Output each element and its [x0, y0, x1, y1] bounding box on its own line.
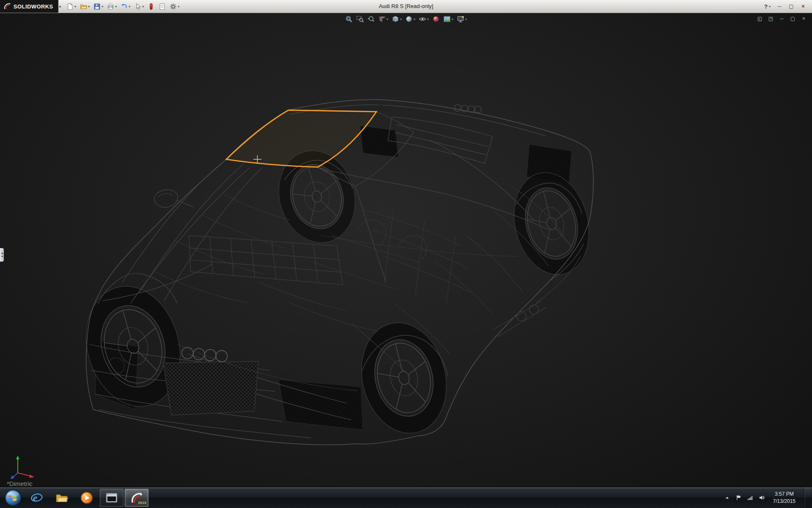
toolbar-rebuild[interactable] — [146, 2, 156, 11]
open-icon — [80, 3, 87, 10]
titlebar-close[interactable]: × — [798, 2, 808, 11]
doc-close[interactable]: × — [801, 16, 807, 22]
flag-icon — [735, 494, 742, 501]
menu-expand-icon[interactable]: ▸ — [60, 4, 62, 8]
toolbar-options[interactable]: ▾ — [168, 2, 181, 11]
tray-volume[interactable] — [758, 494, 765, 501]
show-desktop-button[interactable] — [804, 487, 810, 508]
headsup-view-orientation[interactable]: ▾ — [391, 14, 403, 24]
dropdown-caret-icon[interactable]: ▾ — [115, 5, 117, 8]
dropdown-caret-icon[interactable]: ▾ — [178, 5, 179, 8]
scene-icon — [443, 15, 451, 23]
sheet-icon — [159, 3, 166, 10]
taskbar-solidworks-2015[interactable]: 2015 — [125, 489, 148, 507]
titlebar-minimize[interactable]: ─ — [775, 2, 784, 11]
dropdown-caret-icon[interactable]: ▾ — [452, 17, 453, 21]
taskbar-command-window[interactable] — [100, 489, 123, 507]
toolbar-file-properties[interactable] — [157, 2, 167, 11]
headsup-view-settings[interactable]: ▾ — [456, 14, 468, 24]
headsup-previous-view[interactable] — [366, 14, 376, 24]
taskbar-items: 2015 — [0, 487, 148, 508]
toolbar-print[interactable]: ▾ — [106, 2, 118, 11]
dropdown-caret-icon[interactable]: ▾ — [129, 5, 130, 8]
appearance-icon — [432, 15, 440, 23]
taskbar-clock[interactable]: 3:57 PM 7/13/2015 — [770, 491, 799, 504]
network-icon — [747, 494, 753, 501]
headsup-hide-show-items[interactable]: ▾ — [418, 14, 430, 24]
headsup-zoom-to-fit[interactable] — [344, 14, 354, 24]
taskbar-media-player[interactable] — [75, 489, 99, 507]
toolbar-open[interactable]: ▾ — [79, 2, 91, 11]
wheel-rear-left — [350, 314, 458, 442]
headsup-edit-appearance[interactable] — [431, 14, 441, 24]
dropdown-caret-icon[interactable]: ▾ — [142, 5, 144, 8]
titlebar-maximize[interactable]: ▢ — [787, 2, 796, 11]
doc-pane-right[interactable]: ◳ — [768, 16, 774, 22]
help-caret-icon: ▾ — [769, 5, 771, 8]
graphics-viewport[interactable]: ▾▾▾▾▾▾ ◱◳─▢× ◀ ◀ *Dimetric — [0, 13, 812, 487]
zoomarea-icon — [356, 15, 364, 23]
new-icon — [66, 3, 74, 10]
collapse-arrow-icon: ◀ — [1, 255, 3, 258]
titlebar: SOLIDWORKS ▸ ▾▾▾▾▾▾▾ Audi R8 S [Read-onl… — [0, 0, 812, 13]
window-buttons: ─▢× — [775, 2, 808, 11]
taskbar-internet-explorer[interactable] — [25, 489, 49, 507]
dropdown-caret-icon[interactable]: ▾ — [414, 17, 415, 21]
save-icon — [93, 3, 101, 10]
cmdwin-icon — [105, 491, 118, 505]
dropdown-caret-icon[interactable]: ▾ — [74, 5, 76, 8]
select-icon — [134, 3, 141, 10]
dropdown-caret-icon[interactable]: ▾ — [387, 17, 388, 21]
section-icon — [378, 15, 386, 23]
car-wireframe[interactable] — [72, 99, 599, 444]
tray-network[interactable] — [747, 494, 753, 501]
heads-up-toolbar: ▾▾▾▾▾▾ — [344, 14, 468, 24]
print-icon — [107, 3, 114, 10]
toolbar-save[interactable]: ▾ — [92, 2, 104, 11]
headsup-display-style[interactable]: ▾ — [404, 14, 416, 24]
start-icon — [4, 489, 22, 507]
solidworks-window: SOLIDWORKS ▸ ▾▾▾▾▾▾▾ Audi R8 S [Read-onl… — [0, 0, 812, 508]
dropdown-caret-icon[interactable]: ▾ — [102, 5, 103, 8]
wmp-icon — [80, 491, 93, 505]
dropdown-caret-icon[interactable]: ▾ — [400, 17, 402, 21]
rebuild-icon — [148, 3, 155, 10]
doc-pane-left[interactable]: ◱ — [757, 16, 763, 22]
headsup-zoom-to-area[interactable] — [355, 14, 365, 24]
help-menu[interactable]: ? ▾ — [764, 3, 771, 10]
taskbar: 2015 3:57 PM 7/13/2015 — [0, 487, 812, 508]
doc-minimize[interactable]: ─ — [779, 16, 785, 22]
tray-action-center[interactable] — [735, 494, 742, 501]
taskbar-start[interactable] — [3, 489, 24, 507]
solidworks-logo-icon — [3, 3, 11, 10]
undo-icon — [121, 3, 128, 10]
tray-show-hidden-icons[interactable] — [724, 494, 730, 501]
doc-restore[interactable]: ▢ — [790, 16, 796, 22]
prevview-icon — [367, 15, 375, 23]
toolbar-undo[interactable]: ▾ — [119, 2, 132, 11]
dropdown-caret-icon[interactable]: ▾ — [427, 17, 429, 21]
solidworks-brand: SOLIDWORKS — [0, 0, 58, 13]
brand-text: SOLIDWORKS — [14, 3, 53, 10]
vieworient-icon — [392, 15, 399, 23]
dropdown-caret-icon[interactable]: ▾ — [88, 5, 90, 8]
chevup-icon — [724, 494, 730, 501]
selected-face[interactable] — [226, 110, 376, 167]
displaystyle-icon — [405, 15, 413, 23]
options-icon — [170, 3, 177, 10]
hideshow-icon — [419, 15, 426, 23]
panel-splitter-handle[interactable]: ◀ ◀ — [0, 248, 4, 262]
taskbar-badge: 2015 — [138, 501, 146, 505]
volume-icon — [758, 494, 765, 501]
toolbar-new[interactable]: ▾ — [65, 2, 77, 11]
model-canvas[interactable] — [0, 13, 812, 487]
help-label: ? — [764, 3, 768, 10]
dropdown-caret-icon[interactable]: ▾ — [465, 17, 467, 21]
folder24-icon — [55, 491, 69, 505]
headsup-apply-scene[interactable]: ▾ — [442, 14, 454, 24]
view-orientation-label: *Dimetric — [7, 480, 33, 487]
headsup-section-view[interactable]: ▾ — [377, 14, 389, 24]
taskbar-file-explorer[interactable] — [50, 489, 74, 507]
toolbar-select[interactable]: ▾ — [133, 2, 145, 11]
tray-icons — [724, 494, 765, 501]
